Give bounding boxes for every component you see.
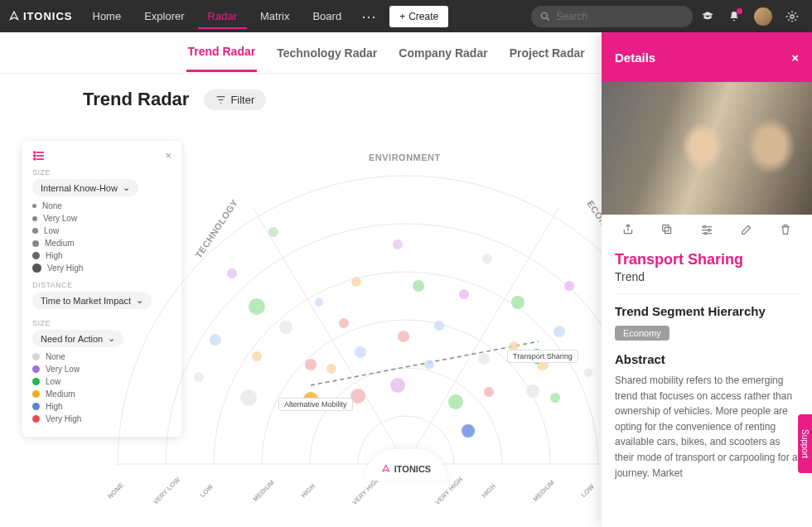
svg-line-12 — [406, 207, 559, 464]
svg-point-8 — [34, 158, 36, 160]
svg-point-20 — [708, 229, 710, 231]
radar-dot[interactable] — [210, 334, 221, 346]
radar-dot[interactable] — [511, 296, 524, 309]
radar-dot[interactable] — [550, 393, 560, 403]
radar-dot[interactable] — [484, 387, 494, 397]
radar-dot[interactable] — [553, 326, 565, 337]
radar-dot[interactable] — [268, 227, 278, 237]
tab-technology-radar[interactable]: Technology Radar — [275, 35, 379, 71]
nav-radar[interactable]: Radar — [198, 3, 247, 29]
search-input[interactable] — [556, 11, 684, 22]
svg-point-6 — [34, 152, 36, 153]
radar-dot[interactable] — [584, 369, 592, 377]
radar-dot[interactable] — [279, 321, 292, 334]
details-subtitle: Trend — [615, 270, 799, 283]
radar-dot[interactable] — [413, 280, 424, 292]
radar-dot[interactable] — [227, 268, 237, 278]
radar-dot[interactable] — [482, 254, 492, 264]
notifications-icon[interactable] — [727, 10, 741, 23]
share-icon[interactable] — [621, 223, 635, 239]
nav-more-icon[interactable]: ⋯ — [355, 7, 383, 26]
radar-dot[interactable] — [526, 384, 539, 398]
tab-trend-radar[interactable]: Trend Radar — [186, 33, 258, 72]
edit-icon[interactable] — [740, 223, 753, 239]
support-tab[interactable]: Support — [798, 414, 812, 473]
sector-environment: ENVIRONMENT — [369, 152, 441, 162]
segment-badge[interactable]: Economy — [615, 326, 669, 341]
trash-icon[interactable] — [779, 223, 792, 239]
abstract-label: Abstract — [615, 352, 799, 366]
search-icon — [539, 10, 551, 23]
svg-point-19 — [703, 225, 706, 228]
radar-dot[interactable] — [459, 289, 469, 299]
radar-dot[interactable] — [351, 277, 361, 287]
sliders-icon[interactable] — [700, 223, 713, 239]
plus-icon: + — [399, 11, 405, 22]
radar-dot[interactable] — [326, 364, 336, 374]
details-header: Details × — [602, 32, 812, 82]
abstract-text: Shared mobility refers to the emerging t… — [615, 373, 799, 481]
settings-icon[interactable] — [785, 10, 799, 23]
avatar[interactable] — [754, 7, 772, 26]
radar-dot[interactable] — [393, 239, 403, 249]
radar-dot[interactable] — [398, 331, 409, 342]
nav-home[interactable]: Home — [83, 3, 132, 29]
svg-point-7 — [34, 155, 36, 157]
svg-line-11 — [253, 207, 406, 464]
radar-dot[interactable] — [390, 378, 405, 393]
radar-dot[interactable] — [339, 318, 349, 328]
page-title: Trend Radar — [83, 89, 189, 110]
svg-point-21 — [704, 232, 707, 234]
search-box[interactable] — [531, 6, 693, 27]
brand-logo: ITONICS — [8, 10, 73, 22]
radar-dot[interactable] — [462, 424, 475, 438]
nav-explorer[interactable]: Explorer — [134, 3, 194, 29]
radar-dot[interactable] — [252, 351, 262, 361]
nav-board[interactable]: Board — [302, 3, 351, 29]
filter-icon — [215, 94, 226, 105]
radar-dot[interactable] — [448, 394, 463, 409]
svg-point-0 — [541, 12, 547, 18]
dot-label-transport-sharing[interactable]: Transport Sharing — [507, 350, 578, 363]
radar-dot[interactable] — [424, 360, 434, 370]
details-actions — [602, 215, 812, 248]
svg-rect-15 — [663, 225, 669, 231]
hierarchy-label: Trend Segment Hierarchy — [615, 304, 799, 318]
details-panel: Details × Transport Sharing Trend Trend … — [602, 32, 812, 527]
close-icon[interactable]: × — [791, 51, 799, 65]
list-icon — [32, 150, 46, 162]
radar-dot[interactable] — [315, 298, 323, 307]
tab-company-radar[interactable]: Company Radar — [397, 35, 489, 71]
academy-icon[interactable] — [701, 10, 714, 23]
radar-dot[interactable] — [434, 321, 444, 331]
radar-dot[interactable] — [478, 353, 490, 365]
svg-point-2 — [790, 15, 794, 18]
radar-dot[interactable] — [249, 298, 265, 315]
radar-dot[interactable] — [305, 359, 317, 370]
topbar: ITONICS Home Explorer Radar Matrix Board… — [0, 0, 812, 32]
filter-button[interactable]: Filter — [204, 89, 266, 110]
radar-dot[interactable] — [564, 281, 574, 291]
svg-line-1 — [547, 17, 549, 20]
svg-rect-14 — [665, 227, 671, 233]
nav-matrix[interactable]: Matrix — [250, 3, 299, 29]
radar-dot[interactable] — [350, 389, 365, 404]
radar-dot[interactable] — [240, 389, 257, 406]
radar-dot[interactable] — [355, 346, 366, 358]
create-button[interactable]: + Create — [389, 6, 448, 27]
tab-project-radar[interactable]: Project Radar — [508, 35, 587, 71]
dot-label-alt-mobility[interactable]: Alternative Mobility — [278, 398, 353, 411]
details-image — [602, 82, 812, 215]
radar-dot[interactable] — [194, 372, 204, 382]
details-title: Transport Sharing — [615, 251, 799, 268]
copy-icon[interactable] — [660, 223, 674, 239]
